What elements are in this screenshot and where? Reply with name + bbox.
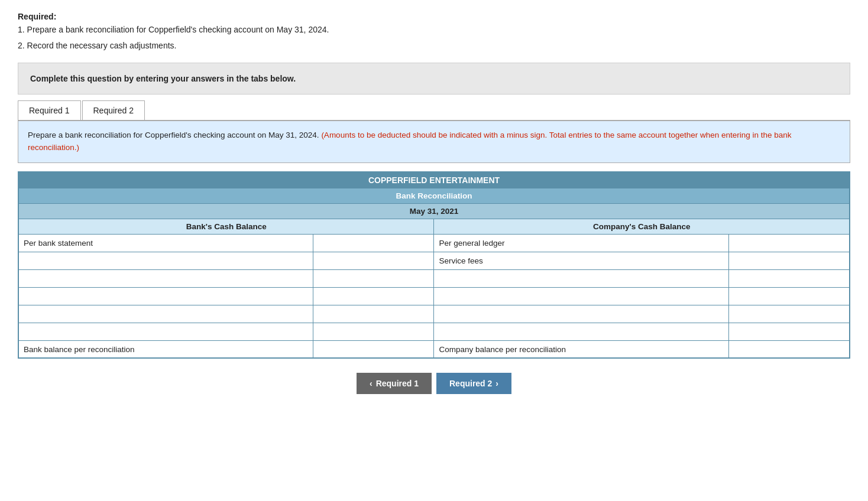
intro-text-1: 1. Prepare a bank reconciliation for Cop… — [18, 24, 850, 36]
company-input-5[interactable] — [729, 323, 850, 340]
company-input-1[interactable] — [729, 252, 850, 269]
instruction-box: Complete this question by entering your … — [18, 63, 850, 95]
prev-button-label: Required 1 — [376, 379, 419, 388]
instruction-box-text: Complete this question by entering your … — [30, 74, 296, 83]
recon-wrapper: COPPERFIELD ENTERTAINMENT Bank Reconcili… — [18, 171, 850, 359]
bank-input-5[interactable] — [313, 323, 434, 340]
company-value-input-total[interactable] — [734, 345, 844, 354]
company-label-4 — [434, 305, 729, 323]
bank-value-input-0[interactable] — [318, 239, 429, 248]
table-date-cell: May 31, 2021 — [18, 203, 850, 219]
bank-label-5 — [18, 323, 313, 340]
bank-label-total: Bank balance per reconciliation — [18, 340, 313, 358]
company-value-input-3[interactable] — [734, 292, 844, 301]
recon-table: COPPERFIELD ENTERTAINMENT Bank Reconcili… — [18, 171, 850, 359]
table-row — [18, 269, 850, 287]
next-button[interactable]: Required 2 › — [436, 373, 511, 394]
bank-label-4 — [18, 305, 313, 323]
company-input-3[interactable] — [729, 287, 850, 305]
next-icon: › — [495, 379, 498, 388]
bank-value-input-1[interactable] — [318, 256, 429, 265]
tab-required-2-label: Required 2 — [93, 106, 134, 115]
bank-label-0: Per bank statement — [18, 234, 313, 252]
next-button-label: Required 2 — [449, 379, 492, 388]
prev-button[interactable]: ‹ Required 1 — [357, 373, 432, 394]
bank-section-header: Bank's Cash Balance — [18, 219, 434, 234]
bank-value-input-4[interactable] — [318, 310, 429, 318]
tabs-row: Required 1 Required 2 — [18, 100, 850, 121]
bank-value-input-total[interactable] — [318, 345, 429, 354]
company-name-cell: COPPERFIELD ENTERTAINMENT — [18, 172, 850, 188]
company-value-input-2[interactable] — [734, 274, 844, 283]
intro-text-2: 2. Record the necessary cash adjustments… — [18, 40, 850, 52]
bank-input-total[interactable] — [313, 340, 434, 358]
bank-input-0[interactable] — [313, 234, 434, 252]
bank-input-3[interactable] — [313, 287, 434, 305]
bank-value-input-2[interactable] — [318, 274, 429, 283]
company-section-header: Company's Cash Balance — [434, 219, 850, 234]
company-value-input-0[interactable] — [734, 239, 844, 248]
company-label-3 — [434, 287, 729, 305]
table-row — [18, 323, 850, 340]
table-row — [18, 287, 850, 305]
section-header-row: Bank's Cash Balance Company's Cash Balan… — [18, 219, 850, 234]
bottom-nav: ‹ Required 1 Required 2 › — [18, 373, 850, 394]
company-label-1: Service fees — [434, 252, 729, 269]
table-title-cell: Bank Reconciliation — [18, 188, 850, 203]
bank-input-2[interactable] — [313, 269, 434, 287]
table-row — [18, 305, 850, 323]
bank-label-2 — [18, 269, 313, 287]
company-input-total[interactable] — [729, 340, 850, 358]
tab-content-plain: Prepare a bank reconciliation for Copper… — [28, 131, 321, 139]
tab-content: Prepare a bank reconciliation for Copper… — [18, 121, 850, 163]
bank-input-1[interactable] — [313, 252, 434, 269]
company-value-input-4[interactable] — [734, 310, 844, 318]
table-row: Per bank statement Per general ledger — [18, 234, 850, 252]
company-label-2 — [434, 269, 729, 287]
bank-label-3 — [18, 287, 313, 305]
tab-required-1[interactable]: Required 1 — [18, 100, 81, 120]
prev-icon: ‹ — [370, 379, 373, 388]
company-input-4[interactable] — [729, 305, 850, 323]
company-label-total: Company balance per reconciliation — [434, 340, 729, 358]
tab-required-2[interactable]: Required 2 — [82, 100, 145, 120]
company-input-0[interactable] — [729, 234, 850, 252]
bank-input-4[interactable] — [313, 305, 434, 323]
bank-value-input-3[interactable] — [318, 292, 429, 301]
company-value-input-1[interactable] — [734, 256, 844, 265]
bank-value-input-5[interactable] — [318, 327, 429, 336]
tab-required-1-label: Required 1 — [29, 106, 70, 115]
table-row-total: Bank balance per reconciliation Company … — [18, 340, 850, 358]
required-label: Required: — [18, 12, 850, 21]
company-name-row: COPPERFIELD ENTERTAINMENT — [18, 172, 850, 188]
bank-label-1 — [18, 252, 313, 269]
table-date-row: May 31, 2021 — [18, 203, 850, 219]
table-row: Service fees — [18, 252, 850, 269]
company-input-2[interactable] — [729, 269, 850, 287]
company-value-input-5[interactable] — [734, 327, 844, 336]
company-label-0: Per general ledger — [434, 234, 729, 252]
company-label-5 — [434, 323, 729, 340]
table-title-row: Bank Reconciliation — [18, 188, 850, 203]
